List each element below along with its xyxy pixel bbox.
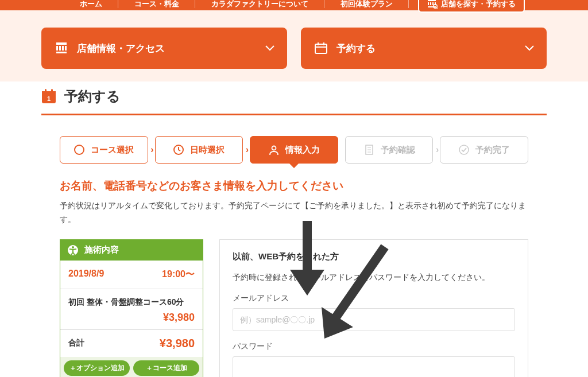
svg-point-18 bbox=[459, 145, 469, 154]
nav-find-label: 店舗を探す・予約する bbox=[441, 0, 516, 9]
svg-rect-5 bbox=[323, 42, 324, 45]
step-datetime[interactable]: 日時選択 › bbox=[155, 136, 243, 164]
reserve-button[interactable]: 予約する bbox=[301, 28, 547, 69]
reservation-steps: コース選択 › 日時選択 › 情報入力 予約確認 › 予約完了 bbox=[60, 136, 528, 164]
step-info[interactable]: 情報入力 bbox=[250, 136, 338, 164]
step-done: 予約完了 bbox=[440, 136, 528, 164]
chevron-right-icon: › bbox=[436, 145, 439, 155]
email-label: メールアドレス bbox=[233, 293, 515, 304]
summary-total-price: ¥3,980 bbox=[160, 337, 195, 350]
document-icon bbox=[363, 144, 375, 156]
step-label: 予約確認 bbox=[381, 145, 415, 156]
accessibility-icon bbox=[67, 244, 79, 256]
svg-line-1 bbox=[436, 7, 438, 9]
circle-icon bbox=[74, 144, 85, 156]
nav-about[interactable]: カラダファクトリーについて bbox=[195, 0, 324, 7]
page-title: 予約する bbox=[64, 87, 121, 106]
summary-total-label: 合計 bbox=[68, 338, 84, 348]
login-title: 以前、WEB予約をされた方 bbox=[233, 251, 515, 262]
summary-time: 19:00〜 bbox=[162, 269, 195, 281]
summary-panel: 施術内容 2019/8/9 19:00〜 初回 整体・骨盤調整コース60分 ¥3… bbox=[60, 239, 203, 377]
step-confirm: 予約確認 › bbox=[345, 136, 434, 164]
chevron-down-icon bbox=[265, 45, 274, 51]
step-label: 予約完了 bbox=[475, 145, 510, 156]
content: コース選択 › 日時選択 › 情報入力 予約確認 › 予約完了 お名前 bbox=[41, 115, 547, 377]
reserve-label: 予約する bbox=[336, 42, 376, 55]
summary-date: 2019/8/9 bbox=[68, 269, 104, 281]
store-search-icon bbox=[427, 0, 438, 9]
check-circle-icon bbox=[458, 144, 470, 156]
nav-home[interactable]: ホーム bbox=[64, 0, 118, 7]
store-info-button[interactable]: 店舗情報・アクセス bbox=[41, 28, 287, 69]
calendar-icon bbox=[315, 42, 327, 54]
svg-point-11 bbox=[75, 145, 84, 154]
step-label: 情報入力 bbox=[285, 145, 320, 156]
step-course[interactable]: コース選択 › bbox=[60, 136, 148, 164]
chevron-down-icon bbox=[525, 45, 534, 51]
svg-rect-4 bbox=[318, 42, 319, 45]
store-info-label: 店舗情報・アクセス bbox=[77, 42, 165, 55]
step-label: コース選択 bbox=[91, 145, 134, 156]
svg-point-13 bbox=[272, 146, 276, 150]
person-icon bbox=[268, 144, 280, 156]
nav-trial[interactable]: 初回体験プラン bbox=[324, 0, 409, 7]
summary-course-price: ¥3,980 bbox=[68, 312, 195, 324]
svg-text:1: 1 bbox=[47, 95, 51, 102]
section-description: 予約状況はリアルタイムで変化しております。予約完了ページにて【ご予約を承りました… bbox=[60, 199, 528, 227]
summary-course-name: 初回 整体・骨盤調整コース60分 bbox=[68, 296, 195, 308]
login-panel: 以前、WEB予約をされた方 予約時に登録されたメールアドレスとパスワードを入力し… bbox=[219, 239, 528, 377]
login-desc: 予約時に登録されたメールアドレスとパスワードを入力してください。 bbox=[233, 273, 515, 283]
password-field[interactable] bbox=[233, 356, 515, 377]
clock-icon bbox=[173, 144, 184, 156]
summary-course-row: 初回 整体・骨盤調整コース60分 ¥3,980 bbox=[60, 289, 203, 330]
chevron-right-icon: › bbox=[150, 145, 153, 155]
summary-datetime: 2019/8/9 19:00〜 bbox=[60, 261, 203, 289]
summary-total-row: 合計 ¥3,980 bbox=[60, 330, 203, 357]
email-field[interactable] bbox=[233, 308, 515, 331]
page-title-row: 1 予約する bbox=[41, 81, 547, 115]
summary-header: 施術内容 bbox=[60, 240, 203, 261]
svg-point-20 bbox=[72, 246, 74, 248]
calendar-badge-icon: 1 bbox=[41, 89, 56, 104]
add-course-button[interactable]: ＋コース追加 bbox=[133, 360, 199, 376]
section-heading: お名前、電話番号などのお客さま情報を入力してください bbox=[60, 178, 528, 193]
svg-rect-8 bbox=[45, 89, 47, 93]
store-icon bbox=[55, 42, 68, 54]
nav-find-store-button[interactable]: 店舗を探す・予約する bbox=[418, 0, 525, 13]
top-nav: ホーム コース・料金 カラダファクトリーについて 初回体験プラン 店舗を探す・予… bbox=[0, 0, 588, 10]
summary-header-label: 施術内容 bbox=[84, 244, 119, 255]
nav-courses[interactable]: コース・料金 bbox=[118, 0, 195, 7]
hero-buttons-row: 店舗情報・アクセス 予約する bbox=[0, 10, 588, 69]
chevron-right-icon: › bbox=[246, 145, 249, 155]
password-label: パスワード bbox=[233, 341, 515, 352]
page-body: 1 予約する コース選択 › 日時選択 › 情報入力 予約確認 › bbox=[0, 81, 588, 377]
svg-rect-2 bbox=[315, 44, 327, 53]
add-option-button[interactable]: ＋オプション追加 bbox=[64, 360, 130, 376]
step-label: 日時選択 bbox=[190, 145, 225, 156]
svg-rect-7 bbox=[42, 91, 56, 95]
svg-rect-9 bbox=[51, 89, 53, 93]
